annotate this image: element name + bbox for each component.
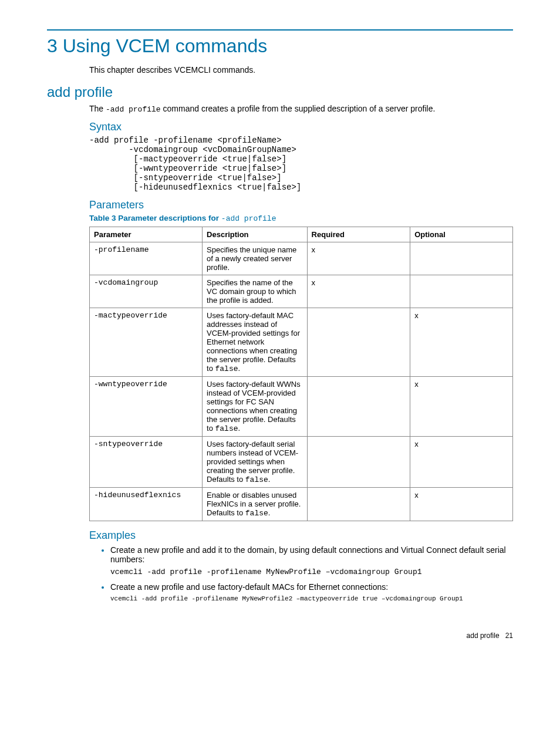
cell-param: -wwntypeoverride	[90, 377, 203, 437]
parameters-heading: Parameters	[89, 199, 513, 211]
cell-param: -sntypeoverride	[90, 437, 203, 488]
desc-post: .	[268, 508, 271, 517]
footer-label: add profile	[467, 632, 500, 640]
examples-heading: Examples	[89, 529, 513, 542]
cell-param: -vcdomaingroup	[90, 275, 203, 308]
table-row: -sntypeoverride Uses factory-default ser…	[90, 437, 513, 488]
table-caption: Table 3 Parameter descriptions for -add …	[89, 214, 513, 223]
cell-optional	[410, 275, 513, 308]
table-row: -wwntypeoverride Uses factory-default WW…	[90, 377, 513, 437]
section-desc-post: command creates a profile from the suppl…	[161, 104, 436, 113]
cell-param: -hideunusedflexnics	[90, 488, 203, 521]
table-header-row: Parameter Description Required Optional	[90, 227, 513, 242]
desc-code: false	[215, 424, 238, 433]
top-rule	[47, 29, 513, 31]
page-footer: add profile 21	[47, 632, 513, 640]
section-body: The -add profile command creates a profi…	[89, 104, 513, 602]
example-code: vcemcli -add profile -profilename MyNewP…	[110, 595, 513, 602]
example-item: Create a new profile and use factory-def…	[110, 582, 513, 602]
cell-required: x	[307, 275, 410, 308]
cell-optional: x	[410, 437, 513, 488]
th-optional: Optional	[410, 227, 513, 242]
cell-desc: Specifies the unique name of a newly cre…	[203, 242, 308, 275]
cell-param: -profilename	[90, 242, 203, 275]
example-text: Create a new profile and add it to the d…	[110, 545, 506, 564]
th-required: Required	[307, 227, 410, 242]
cell-param: -mactypeoverride	[90, 308, 203, 377]
desc-code: false	[245, 509, 268, 518]
cell-desc: Uses factory-default MAC addresses inste…	[203, 308, 308, 377]
example-item: Create a new profile and add it to the d…	[110, 545, 513, 576]
cell-required	[307, 488, 410, 521]
table-caption-pre: Table 3 Parameter descriptions for	[89, 214, 221, 222]
table-caption-code: -add profile	[221, 214, 276, 223]
cell-desc: Enable or disables unused FlexNICs in a …	[203, 488, 308, 521]
footer-page-number: 21	[505, 632, 513, 640]
desc-code: false	[245, 475, 268, 484]
chapter-intro: This chapter describes VCEMCLI commands.	[89, 65, 513, 75]
syntax-code-block: -add profile -profilename <profileName> …	[89, 136, 513, 192]
parameters-table: Parameter Description Required Optional …	[89, 227, 513, 521]
th-description: Description	[203, 227, 308, 242]
cell-optional: x	[410, 308, 513, 377]
syntax-heading: Syntax	[89, 121, 513, 133]
table-row: -mactypeoverride Uses factory-default MA…	[90, 308, 513, 377]
cell-desc: Uses factory-default WWNs instead of VCE…	[203, 377, 308, 437]
cell-desc: Specifies the name of the VC domain grou…	[203, 275, 308, 308]
table-row: -profilename Specifies the unique name o…	[90, 242, 513, 275]
desc-post: .	[268, 475, 271, 484]
cell-required	[307, 377, 410, 437]
chapter-title: 3 Using VCEM commands	[47, 35, 513, 57]
desc-code: false	[215, 364, 238, 373]
th-parameter: Parameter	[90, 227, 203, 242]
cell-desc: Uses factory-default serial numbers inst…	[203, 437, 308, 488]
desc-post: .	[238, 424, 241, 433]
table-row: -vcdomaingroup Specifies the name of the…	[90, 275, 513, 308]
cell-optional	[410, 242, 513, 275]
section-title-add-profile: add profile	[47, 84, 513, 100]
cell-optional: x	[410, 377, 513, 437]
example-text: Create a new profile and use factory-def…	[110, 582, 388, 592]
table-row: -hideunusedflexnics Enable or disables u…	[90, 488, 513, 521]
desc-post: .	[238, 364, 241, 373]
example-code: vcemcli -add profile -profilename MyNewP…	[110, 568, 513, 576]
desc-pre: Uses factory-default MAC addresses inste…	[207, 311, 300, 373]
section-desc-code: -add profile	[106, 105, 161, 114]
section-desc-pre: The	[89, 104, 106, 113]
cell-optional: x	[410, 488, 513, 521]
examples-list: Create a new profile and add it to the d…	[100, 545, 513, 602]
cell-required	[307, 308, 410, 377]
cell-required	[307, 437, 410, 488]
cell-required: x	[307, 242, 410, 275]
page-container: 3 Using VCEM commands This chapter descr…	[0, 0, 560, 657]
